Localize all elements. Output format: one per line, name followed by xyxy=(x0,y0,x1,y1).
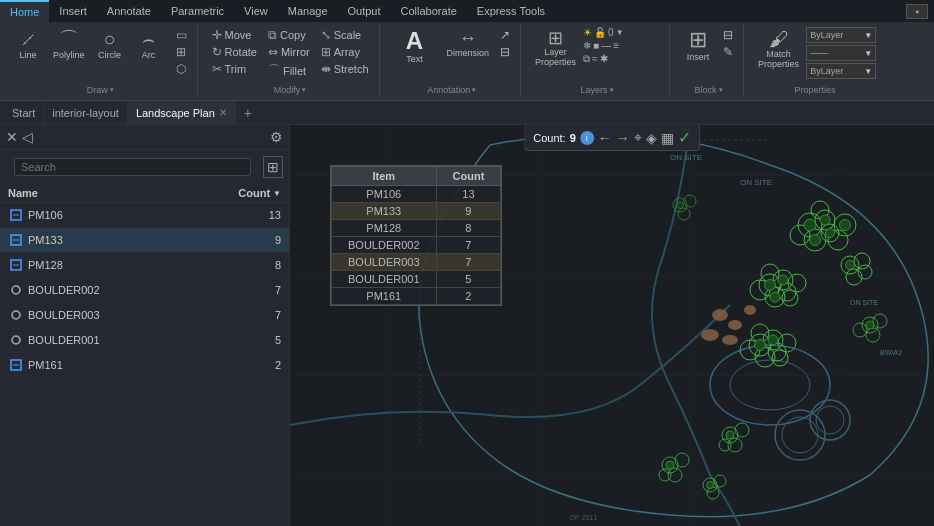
layer-properties-label: LayerProperties xyxy=(535,48,576,68)
tab-insert[interactable]: Insert xyxy=(49,0,97,22)
line-button[interactable]: ⟋ Line xyxy=(10,27,46,62)
create-block-button[interactable]: ⊟ xyxy=(719,27,737,43)
dimension-button[interactable]: ↔ Dimension xyxy=(443,27,494,60)
table-row[interactable]: PM133 9 xyxy=(0,228,289,253)
array-button[interactable]: ⊞ Array xyxy=(317,44,373,60)
freeze-icon: ❄ xyxy=(583,40,591,51)
tab-express-tools[interactable]: Express Tools xyxy=(467,0,555,22)
tab-manage[interactable]: Manage xyxy=(278,0,338,22)
table-row[interactable]: BOULDER003 7 xyxy=(0,303,289,328)
properties-dropdown3[interactable]: ByLayer▼ xyxy=(806,63,876,79)
layer-row3-icon2: ≈ xyxy=(592,53,598,65)
bedit-button[interactable]: ✎ xyxy=(719,44,737,60)
tab-annotate[interactable]: Annotate xyxy=(97,0,161,22)
color-icon: ■ xyxy=(593,40,599,51)
properties-group-content: 🖌 MatchProperties ByLayer▼ ——▼ ByLayer▼ xyxy=(754,27,876,83)
doc-tab-landscape[interactable]: Landscape Plan ✕ xyxy=(128,101,236,124)
table-row[interactable]: BOULDER002 7 xyxy=(0,278,289,303)
rect-button[interactable]: ▭ xyxy=(172,27,191,43)
nav-next-button[interactable]: → xyxy=(616,130,630,146)
search-input[interactable] xyxy=(21,161,244,173)
match-properties-button[interactable]: 🖌 MatchProperties xyxy=(754,27,803,72)
rotate-icon: ↻ xyxy=(212,45,222,59)
search-container: ⊞ xyxy=(6,154,283,180)
zoom-fit-button[interactable]: ⌖ xyxy=(634,129,642,146)
svg-point-54 xyxy=(755,340,766,351)
tab-view[interactable]: View xyxy=(234,0,278,22)
circle-button[interactable]: ○ Circle xyxy=(92,27,128,62)
copy-button[interactable]: ⧉ Copy xyxy=(264,27,314,43)
text-label: Text xyxy=(406,54,423,64)
table-button[interactable]: ⊟ xyxy=(496,44,514,60)
layer-dropdown-icon[interactable]: ▼ xyxy=(616,28,624,37)
svg-point-44 xyxy=(778,275,788,285)
fillet-button[interactable]: ⌒ Fillet xyxy=(264,61,314,80)
scale-button[interactable]: ⤡ Scale xyxy=(317,27,373,43)
table-row[interactable]: PM106 13 xyxy=(0,203,289,228)
row-icon-pm128 xyxy=(8,257,24,273)
panel-collapse-button[interactable]: ◁ xyxy=(22,129,33,145)
item-name: BOULDER002 xyxy=(332,237,437,254)
hatch-button[interactable]: ⊞ xyxy=(172,44,191,60)
table-data-row[interactable]: BOULDER003 7 xyxy=(332,254,501,271)
region-button[interactable]: ⬡ xyxy=(172,61,191,77)
table-data-row[interactable]: PM106 13 xyxy=(332,186,501,203)
table-data-row[interactable]: PM161 2 xyxy=(332,288,501,305)
table-data-row[interactable]: PM128 8 xyxy=(332,220,501,237)
properties-dropdown2[interactable]: ——▼ xyxy=(806,45,876,61)
settings-icon[interactable]: ⚙ xyxy=(270,129,283,145)
doc-tab-interior[interactable]: interior-layout xyxy=(44,101,128,124)
nav-prev-button[interactable]: ← xyxy=(598,130,612,146)
insert-button[interactable]: ⊞ Insert xyxy=(680,27,716,64)
row-icon-pm133 xyxy=(8,232,24,248)
rotate-button[interactable]: ↻ Rotate xyxy=(208,44,261,60)
table-row[interactable]: PM161 2 xyxy=(0,353,289,378)
tab-collaborate[interactable]: Collaborate xyxy=(391,0,467,22)
circle-icon: ○ xyxy=(103,29,115,49)
info-icon[interactable]: i xyxy=(580,131,594,145)
doc-tab-landscape-close[interactable]: ✕ xyxy=(219,107,227,118)
table-button[interactable]: ▦ xyxy=(661,130,674,146)
modify-small-group2: ⧉ Copy ⇔ Mirror ⌒ Fillet xyxy=(264,27,314,80)
highlight-button[interactable]: ◈ xyxy=(646,130,657,146)
doc-tab-start[interactable]: Start xyxy=(4,101,44,124)
table-data-row[interactable]: PM133 9 xyxy=(332,203,501,220)
line-icon: ⟋ xyxy=(18,29,38,49)
row-name: PM106 xyxy=(28,209,221,221)
row-name: PM161 xyxy=(28,359,221,371)
panel-grid-button[interactable]: ⊞ xyxy=(263,156,283,178)
tab-parametric[interactable]: Parametric xyxy=(161,0,234,22)
table-data-row[interactable]: BOULDER001 5 xyxy=(332,271,501,288)
doc-tabs-bar: Start interior-layout Landscape Plan ✕ + xyxy=(0,101,934,125)
sort-count-icon[interactable]: ▼ xyxy=(273,189,281,198)
svg-point-32 xyxy=(810,235,821,246)
table-row[interactable]: PM128 8 xyxy=(0,253,289,278)
arc-button[interactable]: ⌢ Arc xyxy=(131,27,167,62)
draw-extras: ▭ ⊞ ⬡ xyxy=(172,27,191,77)
doc-tab-add-button[interactable]: + xyxy=(236,105,260,121)
polyline-button[interactable]: ⌒ Polyline xyxy=(49,27,89,62)
table-data-row[interactable]: BOULDER002 7 xyxy=(332,237,501,254)
leader-button[interactable]: ↗ xyxy=(496,27,514,43)
confirm-button[interactable]: ✓ xyxy=(678,128,691,147)
tab-output[interactable]: Output xyxy=(338,0,391,22)
properties-dropdown1[interactable]: ByLayer▼ xyxy=(806,27,876,43)
panel-close-button[interactable]: ✕ xyxy=(6,129,18,145)
stretch-button[interactable]: ⇼ Stretch xyxy=(317,61,373,77)
row-count: 5 xyxy=(221,334,281,346)
row-name: BOULDER003 xyxy=(28,309,221,321)
svg-text:BW/A2: BW/A2 xyxy=(880,349,902,356)
svg-point-60 xyxy=(846,261,855,270)
modify-label: Modify▾ xyxy=(274,83,307,95)
tab-home[interactable]: Home xyxy=(0,0,49,22)
trim-button[interactable]: ✂ Trim xyxy=(208,61,261,77)
item-name: BOULDER003 xyxy=(332,254,437,271)
item-count: 2 xyxy=(436,288,501,305)
move-button[interactable]: ✛ Move xyxy=(208,27,261,43)
mirror-button[interactable]: ⇔ Mirror xyxy=(264,44,314,60)
text-button[interactable]: A Text xyxy=(390,27,440,66)
properties-group: 🖌 MatchProperties ByLayer▼ ——▼ ByLayer▼ … xyxy=(748,25,882,97)
table-row[interactable]: BOULDER001 5 xyxy=(0,328,289,353)
layer-properties-button[interactable]: ⊞ LayerProperties xyxy=(531,27,580,70)
workspace-selector[interactable]: ▪ xyxy=(906,4,928,19)
